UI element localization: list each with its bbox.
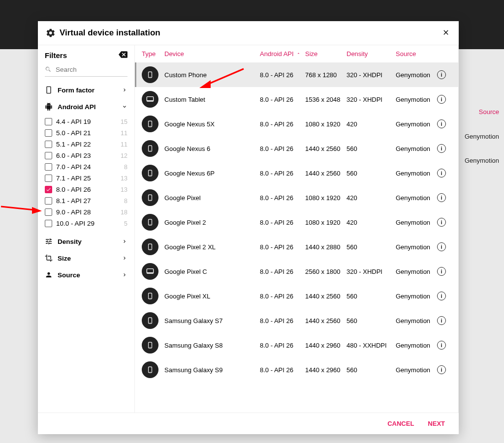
bg-row-value: Genymotion	[465, 157, 499, 164]
device-list[interactable]: Custom Phone8.0 - API 26768 x 1280320 - …	[135, 62, 458, 413]
annotation-arrow	[0, 199, 42, 214]
checkbox[interactable]	[45, 141, 52, 148]
api-filter-item[interactable]: 6.0 - API 2312	[45, 150, 127, 161]
checkbox[interactable]	[45, 208, 52, 216]
header-density[interactable]: Density	[346, 50, 396, 58]
api-filter-item[interactable]: 4.4 - API 1915	[45, 116, 127, 127]
device-name: Google Nexus 5X	[164, 120, 260, 128]
device-row[interactable]: Google Pixel8.0 - API 261080 x 1920420Ge…	[135, 185, 458, 210]
next-button[interactable]: NEXT	[428, 420, 445, 427]
device-row[interactable]: Google Nexus 5X8.0 - API 261080 x 192042…	[135, 112, 458, 136]
header-device[interactable]: Device	[164, 50, 260, 58]
info-icon[interactable]: i	[437, 341, 446, 350]
device-density: 560	[346, 145, 396, 152]
info-icon[interactable]: i	[437, 267, 446, 276]
filter-form-factor[interactable]: Form factor	[45, 82, 127, 98]
api-filter-item[interactable]: 8.1 - API 278	[45, 195, 127, 207]
search-icon	[45, 65, 52, 73]
device-size: 1080 x 1920	[305, 120, 346, 128]
api-filter-item[interactable]: 7.1 - API 2513	[45, 173, 127, 184]
device-row[interactable]: Custom Tablet8.0 - API 261536 x 2048320 …	[135, 87, 458, 112]
device-row[interactable]: Samsung Galaxy S88.0 - API 261440 x 2960…	[135, 333, 458, 357]
chevron-right-icon	[122, 87, 127, 93]
close-button[interactable]	[442, 28, 450, 38]
info-icon[interactable]: i	[437, 365, 446, 374]
device-row[interactable]: Google Pixel C8.0 - API 262560 x 1800320…	[135, 259, 458, 284]
device-name: Custom Tablet	[164, 96, 260, 103]
cancel-button[interactable]: CANCEL	[387, 420, 414, 427]
search-row[interactable]	[45, 63, 127, 77]
header-type[interactable]: Type	[142, 50, 164, 58]
info-icon[interactable]: i	[437, 218, 446, 227]
info-icon[interactable]: i	[437, 95, 446, 104]
device-density: 560	[346, 170, 396, 177]
api-filter-item[interactable]: 5.0 - API 2111	[45, 127, 127, 139]
device-row[interactable]: Samsung Galaxy S78.0 - API 261440 x 2560…	[135, 308, 458, 333]
device-row[interactable]: Google Pixel XL8.0 - API 261440 x 256056…	[135, 284, 458, 308]
api-filter-count: 8	[124, 198, 127, 205]
checkbox[interactable]	[45, 186, 52, 193]
checkbox[interactable]	[45, 175, 52, 182]
filter-density[interactable]: Density	[45, 233, 127, 250]
info-icon[interactable]: i	[437, 193, 446, 202]
device-row[interactable]: Google Nexus 6P8.0 - API 261440 x 256056…	[135, 161, 458, 185]
device-name: Google Pixel	[164, 194, 260, 202]
api-filter-item[interactable]: 5.1 - API 2211	[45, 139, 127, 150]
device-source: Genymotion	[396, 96, 437, 103]
device-row[interactable]: Custom Phone8.0 - API 26768 x 1280320 - …	[135, 62, 458, 87]
device-density: 320 - XHDPI	[346, 96, 396, 103]
device-api: 8.0 - API 26	[260, 120, 305, 128]
filters-label: Filters	[45, 51, 67, 59]
header-source[interactable]: Source	[396, 50, 437, 58]
checkbox[interactable]	[45, 118, 52, 125]
phone-icon	[142, 165, 158, 181]
svg-point-22	[150, 323, 150, 323]
device-name: Samsung Galaxy S8	[164, 342, 260, 349]
filter-android-api[interactable]: Android API	[45, 98, 127, 115]
chevron-down-icon	[122, 104, 127, 110]
device-api: 8.0 - API 26	[260, 268, 305, 275]
device-density: 420	[346, 194, 396, 202]
checkbox[interactable]	[45, 163, 52, 171]
gear-icon	[46, 28, 56, 38]
device-api: 8.0 - API 26	[260, 145, 305, 152]
api-filter-count: 13	[121, 175, 127, 182]
device-size: 1440 x 2560	[305, 317, 346, 325]
device-density: 480 - XXHDPI	[346, 342, 396, 349]
checkbox[interactable]	[45, 152, 52, 159]
checkbox[interactable]	[45, 129, 52, 137]
device-api: 8.0 - API 26	[260, 342, 305, 349]
info-icon[interactable]: i	[437, 144, 446, 153]
svg-point-24	[150, 347, 150, 348]
header-size[interactable]: Size	[305, 50, 346, 58]
api-filter-item[interactable]: 8.0 - API 2613	[45, 184, 127, 195]
info-icon[interactable]: i	[437, 70, 446, 79]
api-filter-label: 7.1 - API 25	[56, 175, 91, 182]
info-icon[interactable]: i	[437, 169, 446, 177]
checkbox[interactable]	[45, 220, 52, 227]
checkbox[interactable]	[45, 197, 52, 205]
device-row[interactable]: Samsung Galaxy S98.0 - API 261440 x 2960…	[135, 357, 458, 382]
info-icon[interactable]: i	[437, 316, 446, 325]
api-filter-item[interactable]: 9.0 - API 2818	[45, 207, 127, 218]
device-row[interactable]: Google Nexus 68.0 - API 261440 x 2560560…	[135, 136, 458, 161]
device-row[interactable]: Google Pixel 28.0 - API 261080 x 1920420…	[135, 210, 458, 235]
device-table: Type Device Android API Size Density Sou…	[134, 45, 459, 413]
header-api[interactable]: Android API	[260, 50, 305, 58]
backspace-icon	[119, 51, 127, 58]
device-source: Genymotion	[396, 268, 437, 275]
filter-source[interactable]: Source	[45, 266, 127, 283]
device-name: Samsung Galaxy S9	[164, 366, 260, 374]
api-filter-item[interactable]: 7.0 - API 248	[45, 161, 127, 173]
annotation-arrow	[197, 66, 246, 91]
filter-size[interactable]: Size	[45, 250, 127, 266]
api-filter-label: 9.0 - API 28	[56, 208, 91, 216]
device-row[interactable]: Google Pixel 2 XL8.0 - API 261440 x 2880…	[135, 235, 458, 259]
info-icon[interactable]: i	[437, 119, 446, 128]
info-icon[interactable]: i	[437, 292, 446, 300]
device-name: Google Pixel 2	[164, 219, 260, 226]
search-input[interactable]	[56, 66, 127, 73]
info-icon[interactable]: i	[437, 242, 446, 251]
clear-filters-button[interactable]	[119, 51, 127, 59]
api-filter-item[interactable]: 10.0 - API 295	[45, 218, 127, 229]
